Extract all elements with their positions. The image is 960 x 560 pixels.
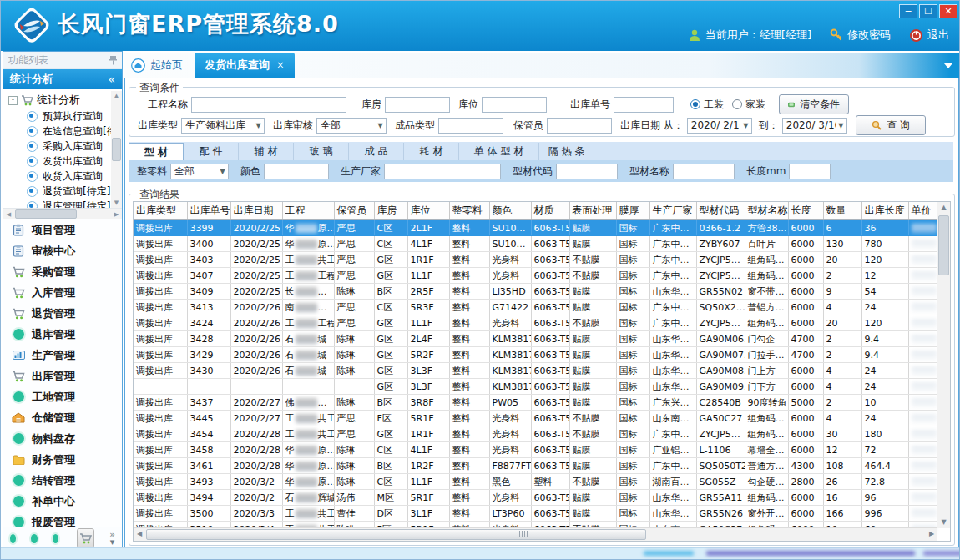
- grid-row-1[interactable]: 调拨出库33992020/2/25华原…严思C区2L1F整料SU10…6063-…: [134, 220, 951, 236]
- grid-row-8[interactable]: 调拨出库34282020/2/26石城陈琳G区2L4F整料KLM38176063…: [134, 331, 951, 347]
- column-header-outlen[interactable]: 出库长度: [861, 202, 908, 220]
- radio-工装[interactable]: 工装: [690, 98, 724, 112]
- keeper-input[interactable]: [547, 118, 612, 134]
- tree-horizontal-scrollbar[interactable]: ◀▶: [3, 208, 122, 219]
- column-header-name[interactable]: 型材名称: [745, 202, 788, 220]
- tree-expander-icon[interactable]: -: [8, 96, 18, 105]
- grid-row-13[interactable]: 调拨出库34452020/2/27工共工程严思F区5R1F整料光身料6063-T…: [134, 411, 951, 426]
- tree-root[interactable]: - 统计分析: [8, 92, 122, 108]
- column-header-keeper[interactable]: 保管员: [334, 202, 374, 220]
- color-input[interactable]: [264, 164, 329, 179]
- sidebar-item-工地管理[interactable]: 工地管理: [3, 386, 122, 407]
- tree-item-6[interactable]: 退货查询[待定]: [8, 184, 122, 199]
- product-type-input[interactable]: [438, 118, 503, 134]
- material-tab-4[interactable]: 玻 璃: [294, 143, 349, 160]
- sidebar-item-财务管理[interactable]: 财务管理: [3, 449, 122, 470]
- tree-item-3[interactable]: 采购入库查询: [8, 139, 122, 154]
- column-header-room[interactable]: 库房: [374, 202, 407, 220]
- grid-vertical-scrollbar[interactable]: ▲▼: [937, 202, 950, 528]
- change-password-button[interactable]: 修改密码: [830, 28, 891, 43]
- column-header-len[interactable]: 长度: [788, 202, 823, 220]
- audit-select[interactable]: 全部▼: [316, 118, 387, 134]
- grid-row-15[interactable]: 调拨出库34582020/2/28华原…陈琳C区4L1F整料光身料6063-T5…: [134, 442, 951, 458]
- collapse-icon[interactable]: «: [108, 69, 115, 89]
- material-tab-2[interactable]: 配 件: [184, 143, 239, 160]
- sidebar-item-出库管理[interactable]: 出库管理: [3, 366, 122, 386]
- material-tab-7[interactable]: 单 体 型 材: [459, 143, 539, 160]
- order-no-input[interactable]: [614, 97, 674, 113]
- maximize-button[interactable]: ☐: [919, 4, 937, 18]
- grid-row-17[interactable]: 调拨出库34932020/3/2华原…陈琳C区1L1F整料黑色塑料不贴膜国标湖南…: [134, 474, 951, 490]
- sidebar-item-退库管理[interactable]: 退库管理: [3, 324, 122, 345]
- close-button[interactable]: ✕: [939, 4, 957, 18]
- grid-row-12[interactable]: 调拨出库34372020/2/27佛…陈琳B区3R8F整料PW056063-T5…: [134, 395, 951, 411]
- column-header-loc[interactable]: 库位: [407, 202, 449, 220]
- factory-input[interactable]: [384, 164, 501, 179]
- sidebar-item-仓储管理[interactable]: 仓储管理: [3, 407, 122, 428]
- column-header-date[interactable]: 出库日期: [230, 202, 282, 220]
- code-input[interactable]: [556, 164, 618, 179]
- out-type-select[interactable]: 生产领料出库▼: [181, 118, 265, 134]
- column-header-color[interactable]: 颜色: [489, 202, 531, 220]
- minimize-button[interactable]: ─: [899, 4, 917, 18]
- grid-row-11[interactable]: G区3L3F整料KLM38176063-T5贴膜国标山东华…GA90M09.门下…: [134, 379, 951, 395]
- footer-overflow-button[interactable]: »▾: [109, 531, 115, 546]
- column-header-mat[interactable]: 材质: [531, 202, 569, 220]
- material-tab-1[interactable]: 型 材: [129, 143, 184, 160]
- footer-module-icon[interactable]: [31, 534, 37, 543]
- tab-active[interactable]: 发货出库查询 ×: [195, 53, 295, 78]
- sidebar-panel-caption[interactable]: 统计分析 «: [3, 69, 122, 89]
- material-tab-6[interactable]: 耗 材: [404, 143, 459, 160]
- whole-select[interactable]: 全部▼: [170, 164, 229, 179]
- tabstrip-dropdown-icon[interactable]: [944, 63, 952, 68]
- grid-row-9[interactable]: 调拨出库34292020/2/26石城陈琳G区5R2F整料KLM38176063…: [134, 347, 951, 363]
- grid-row-16[interactable]: 调拨出库34612020/2/28华原…陈琳B区1R2F整料F8877FT606…: [134, 458, 951, 474]
- grid-horizontal-scrollbar[interactable]: ◀▶: [134, 527, 937, 541]
- warehouse-input[interactable]: [385, 97, 450, 113]
- material-tab-3[interactable]: 辅 材: [239, 143, 294, 160]
- grid-row-19[interactable]: 调拨出库35002020/3/3工共工程曹佳D区3L1F整料LT3P606063…: [134, 506, 951, 522]
- sidebar-item-项目管理[interactable]: 项目管理: [3, 219, 122, 240]
- length-input[interactable]: [789, 164, 831, 179]
- column-header-code[interactable]: 型材代码: [696, 202, 745, 220]
- material-tab-8[interactable]: 隔 热 条: [539, 143, 594, 160]
- search-button[interactable]: 查 询: [856, 115, 926, 135]
- grid-row-4[interactable]: 调拨出库34072020/2/25工工程严思G区1L1F整料光身料6063-T5…: [134, 268, 951, 284]
- column-header-whole[interactable]: 整零料: [449, 202, 489, 220]
- project-name-input[interactable]: [191, 97, 346, 113]
- column-header-film[interactable]: 膜厚: [616, 202, 649, 220]
- footer-cart-button[interactable]: [77, 528, 94, 548]
- radio-家装[interactable]: 家装: [732, 98, 765, 112]
- column-header-proj[interactable]: 工程: [282, 202, 334, 220]
- sidebar-item-入库管理[interactable]: 入库管理: [3, 282, 122, 303]
- sidebar-item-生产管理[interactable]: 生产管理: [3, 345, 122, 366]
- location-input[interactable]: [482, 97, 547, 113]
- column-header-type[interactable]: 出库类型: [134, 202, 187, 220]
- tab-close-icon[interactable]: ×: [276, 59, 285, 71]
- name-input[interactable]: [673, 164, 735, 179]
- logout-button[interactable]: 退出: [909, 28, 949, 43]
- tab-home[interactable]: 起始页: [124, 53, 195, 78]
- tree-item-5[interactable]: 收货入库查询: [8, 169, 122, 184]
- sidebar-item-物料盘存[interactable]: 物料盘存: [3, 428, 122, 449]
- tree-item-4[interactable]: 发货出库查询: [8, 154, 122, 169]
- sidebar-item-补单中心[interactable]: 补单中心: [3, 491, 122, 512]
- tree-item-2[interactable]: 在途信息查询[待: [8, 124, 122, 139]
- tree-vertical-scrollbar[interactable]: ▲▼: [111, 91, 122, 208]
- footer-module-icon[interactable]: [10, 534, 16, 543]
- sidebar-item-结转管理[interactable]: 结转管理: [3, 470, 122, 491]
- grid-row-2[interactable]: 调拨出库34002020/2/25华原…严思C区4L1F整料SU10…6063-…: [134, 236, 951, 252]
- grid-row-3[interactable]: 调拨出库34032020/2/25工共工程严思G区1R1F整料光身料6063-T…: [134, 252, 951, 268]
- grid-row-18[interactable]: 调拨出库34942020/3/2石辉城汤伟M区5R1F整料光身料6063-T5贴…: [134, 490, 951, 506]
- column-header-factory[interactable]: 生产厂家: [649, 202, 696, 220]
- column-header-surf[interactable]: 表面处理: [569, 202, 616, 220]
- grid-row-14[interactable]: 调拨出库34542020/2/28工共工程严思G区1R1F整料光身料6063-T…: [134, 426, 951, 442]
- date-to-select[interactable]: 2020/ 3/16▼: [782, 118, 847, 134]
- pin-icon[interactable]: [109, 55, 117, 65]
- sidebar-item-审核中心[interactable]: 审核中心: [3, 240, 122, 261]
- tree-item-1[interactable]: 预算执行查询: [8, 108, 122, 124]
- clear-conditions-button[interactable]: 清空条件: [779, 94, 849, 114]
- grid-row-6[interactable]: 调拨出库34132020/2/26南…严思C区5R3F整料G714226063-…: [134, 300, 951, 315]
- sidebar-item-采购管理[interactable]: 采购管理: [3, 261, 122, 282]
- footer-module-icon[interactable]: [53, 534, 58, 543]
